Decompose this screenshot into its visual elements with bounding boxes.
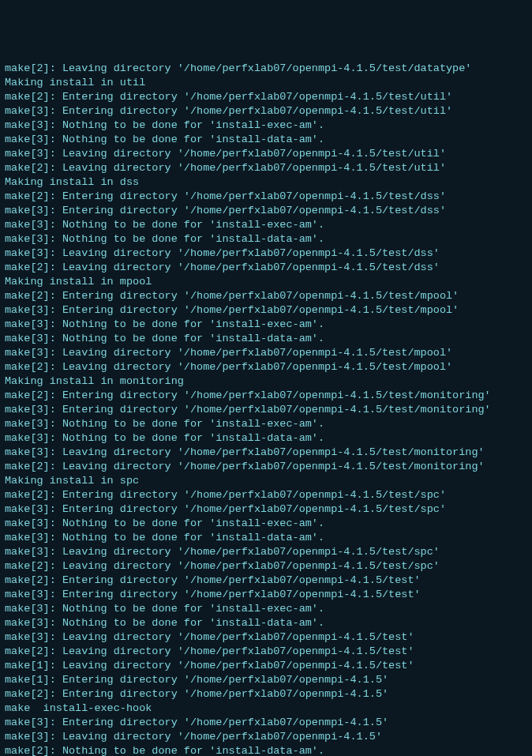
terminal-line: make[3]: Nothing to be done for 'install…	[5, 616, 527, 630]
terminal-line: make[2]: Leaving directory '/home/perfxl…	[5, 62, 527, 76]
terminal-line: make[3]: Leaving directory '/home/perfxl…	[5, 545, 527, 559]
terminal-line: make[2]: Leaving directory '/home/perfxl…	[5, 460, 527, 474]
terminal-line: Making install in monitoring	[5, 374, 527, 389]
terminal-line: make[3]: Nothing to be done for 'install…	[5, 218, 527, 232]
terminal-line: make[1]: Leaving directory '/home/perfxl…	[5, 659, 527, 673]
terminal-line: make[3]: Nothing to be done for 'install…	[5, 332, 527, 346]
terminal-line: make[3]: Entering directory '/home/perfx…	[5, 204, 527, 218]
terminal-line: Making install in util	[5, 76, 527, 90]
terminal-line: make[2]: Leaving directory '/home/perfxl…	[5, 559, 527, 574]
terminal-line: make[1]: Entering directory '/home/perfx…	[5, 673, 527, 687]
terminal-line: make[3]: Entering directory '/home/perfx…	[5, 588, 527, 602]
terminal-line: make[3]: Leaving directory '/home/perfxl…	[5, 246, 527, 261]
terminal-line: make[3]: Nothing to be done for 'install…	[5, 318, 527, 332]
terminal-line: make[3]: Nothing to be done for 'install…	[5, 531, 527, 545]
terminal-line: make[3]: Entering directory '/home/perfx…	[5, 716, 527, 730]
terminal-line: make[2]: Entering directory '/home/perfx…	[5, 289, 527, 303]
terminal-line: make[3]: Leaving directory '/home/perfxl…	[5, 446, 527, 460]
terminal-line: make[2]: Leaving directory '/home/perfxl…	[5, 261, 527, 275]
terminal-line: make[2]: Entering directory '/home/perfx…	[5, 574, 527, 588]
terminal-line: make[3]: Nothing to be done for 'install…	[5, 517, 527, 531]
terminal-line: make[2]: Entering directory '/home/perfx…	[5, 488, 527, 502]
terminal-line: make[3]: Leaving directory '/home/perfxl…	[5, 730, 527, 744]
terminal-line: make[3]: Nothing to be done for 'install…	[5, 417, 527, 431]
terminal-line: make[3]: Leaving directory '/home/perfxl…	[5, 346, 527, 360]
terminal-line: make[3]: Nothing to be done for 'install…	[5, 118, 527, 133]
terminal-line: Making install in dss	[5, 175, 527, 190]
terminal-line: make[2]: Leaving directory '/home/perfxl…	[5, 645, 527, 659]
terminal-line: make[3]: Nothing to be done for 'install…	[5, 602, 527, 616]
terminal-line: make[3]: Entering directory '/home/perfx…	[5, 104, 527, 118]
terminal-line: make[3]: Entering directory '/home/perfx…	[5, 303, 527, 318]
terminal-line: make[3]: Entering directory '/home/perfx…	[5, 403, 527, 417]
terminal-line: make[2]: Leaving directory '/home/perfxl…	[5, 161, 527, 175]
terminal-line: make[2]: Nothing to be done for 'install…	[5, 744, 527, 756]
terminal-line: Making install in mpool	[5, 275, 527, 289]
terminal-line: make[3]: Nothing to be done for 'install…	[5, 232, 527, 246]
terminal-line: make[3]: Leaving directory '/home/perfxl…	[5, 147, 527, 161]
terminal-line: Making install in spc	[5, 474, 527, 488]
terminal-line: make[2]: Entering directory '/home/perfx…	[5, 90, 527, 104]
terminal-line: make[2]: Entering directory '/home/perfx…	[5, 389, 527, 403]
terminal-line: make[2]: Entering directory '/home/perfx…	[5, 687, 527, 701]
terminal-line: make[2]: Entering directory '/home/perfx…	[5, 190, 527, 204]
terminal-output[interactable]: make[2]: Leaving directory '/home/perfxl…	[5, 62, 527, 756]
terminal-line: make[2]: Leaving directory '/home/perfxl…	[5, 360, 527, 374]
terminal-line: make[3]: Nothing to be done for 'install…	[5, 431, 527, 446]
terminal-line: make[3]: Entering directory '/home/perfx…	[5, 502, 527, 517]
terminal-line: make[3]: Leaving directory '/home/perfxl…	[5, 630, 527, 645]
terminal-line: make[3]: Nothing to be done for 'install…	[5, 133, 527, 147]
terminal-line: make install-exec-hook	[5, 701, 527, 716]
